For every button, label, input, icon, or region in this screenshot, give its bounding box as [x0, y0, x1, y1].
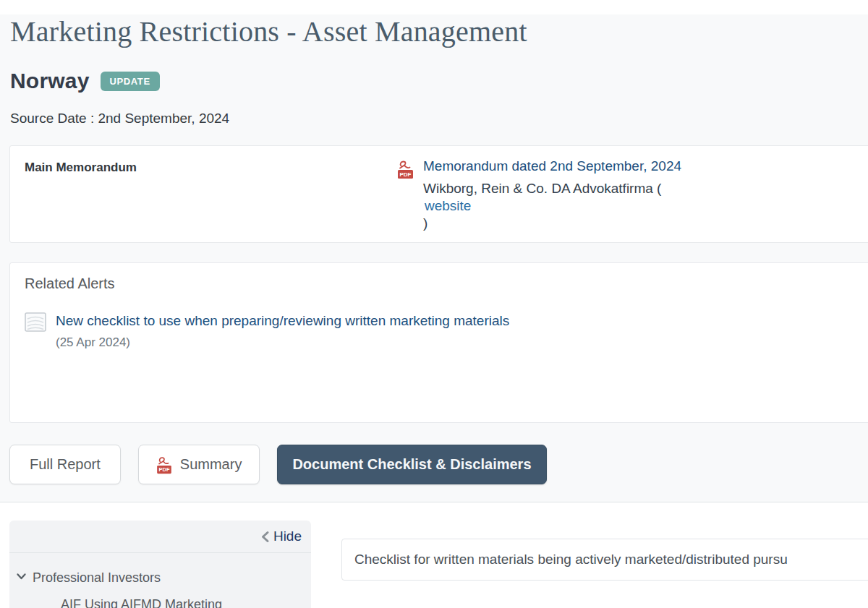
update-badge: UPDATE [101, 72, 160, 91]
main-content: Checklist for written materials being ac… [311, 502, 868, 608]
header-section: Marketing Restrictions - Asset Managemen… [0, 14, 868, 502]
related-alerts-heading: Related Alerts [25, 275, 859, 292]
page-title: Marketing Restrictions - Asset Managemen… [10, 14, 868, 49]
svg-text:PDF: PDF [158, 466, 169, 473]
sidebar-nav: Professional Investors AIF Using AIFMD M… [9, 553, 311, 608]
alert-icon [25, 312, 46, 332]
summary-button[interactable]: PDF Summary [138, 445, 260, 484]
document-checklist-button[interactable]: Document Checklist & Disclaimers [277, 445, 546, 484]
svg-text:PDF: PDF [400, 171, 412, 178]
section-heading: Professional Investors [341, 603, 868, 608]
source-date: Source Date : 2nd September, 2024 [10, 111, 868, 127]
alert-date: (25 Apr 2024) [56, 335, 509, 350]
main-memorandum-card: Main Memorandum PDF Memorandum dated 2nd… [9, 145, 868, 243]
related-alerts-card: Related Alerts New checklist to use when… [9, 262, 868, 423]
pdf-icon: PDF [156, 454, 172, 475]
sidebar-item-aif-aifmd-marketing-passport[interactable]: AIF Using AIFMD Marketing Passport [61, 595, 247, 608]
memorandum-label: Main Memorandum [25, 158, 397, 175]
alert-item: New checklist to use when preparing/revi… [25, 312, 859, 350]
country-name: Norway [10, 69, 90, 93]
website-link[interactable]: website [425, 197, 680, 215]
firm-name: Wikborg, Rein & Co. DA Advokatfirma (web… [423, 180, 681, 232]
sidebar-header: Hide [9, 521, 311, 553]
sidebar: Hide Professional Investors AIF Using AI… [9, 521, 311, 608]
country-row: Norway UPDATE [10, 69, 868, 93]
full-report-button[interactable]: Full Report [9, 445, 121, 484]
checklist-banner[interactable]: Checklist for written materials being ac… [341, 539, 868, 581]
pdf-icon: PDF [397, 158, 414, 180]
hide-button[interactable]: Hide [260, 528, 302, 544]
memorandum-link[interactable]: Memorandum dated 2nd September, 2024 [423, 158, 681, 175]
body-section: Hide Professional Investors AIF Using AI… [0, 502, 868, 608]
chevron-down-icon [16, 573, 27, 581]
chevron-left-icon [260, 531, 270, 543]
sidebar-item-professional-investors[interactable]: Professional Investors [16, 570, 302, 586]
toolbar: Full Report PDF Summary Document Checkli… [9, 445, 868, 484]
alert-link[interactable]: New checklist to use when preparing/revi… [56, 313, 509, 328]
